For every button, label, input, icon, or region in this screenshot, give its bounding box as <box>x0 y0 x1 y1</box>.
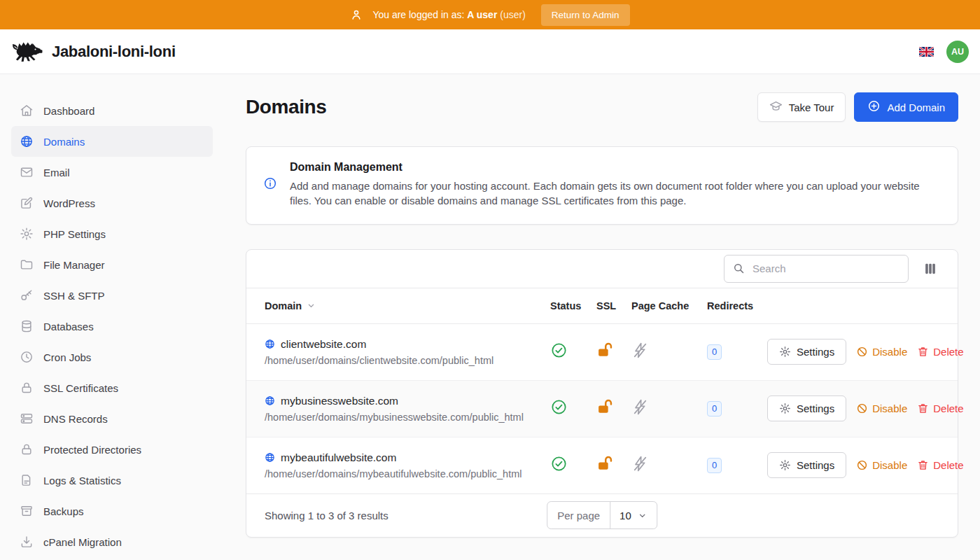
table-row: clientwebsite.com /home/user/domains/cli… <box>246 324 958 381</box>
brand-title: Jabaloni-loni-loni <box>52 43 176 61</box>
key-icon <box>20 288 34 302</box>
banner-message-prefix: You are logged in as: <box>372 9 464 20</box>
redirects-count-badge: 0 <box>707 401 722 416</box>
sidebar-item-label: Email <box>43 167 70 178</box>
boar-logo-icon <box>11 38 43 66</box>
settings-button[interactable]: Settings <box>767 339 846 365</box>
return-to-admin-button[interactable]: Return to Admin <box>541 4 630 26</box>
column-header-page-cache: Page Cache <box>631 300 707 312</box>
gear-icon <box>779 459 791 471</box>
table-body: clientwebsite.com /home/user/domains/cli… <box>246 324 958 494</box>
ssl-unlocked-icon[interactable] <box>596 342 614 359</box>
plus-circle-icon <box>867 99 881 115</box>
sidebar-item-cron-jobs[interactable]: Cron Jobs <box>11 342 213 372</box>
per-page-select[interactable]: 10 <box>610 502 657 528</box>
sidebar-item-email[interactable]: Email <box>11 157 213 188</box>
ban-icon <box>856 402 868 414</box>
sidebar-item-label: Dashboard <box>43 105 94 117</box>
sidebar-item-label: Protected Directories <box>43 444 141 456</box>
server-icon <box>20 412 34 426</box>
impersonation-banner: You are logged in as: A user (user) Retu… <box>0 0 980 29</box>
lock-icon <box>20 381 34 395</box>
globe-icon <box>265 396 275 406</box>
results-summary: Showing 1 to 3 of 3 results <box>265 510 388 522</box>
page-cache-disabled-icon[interactable] <box>631 455 649 472</box>
per-page-value: 10 <box>620 510 631 522</box>
ssl-unlocked-icon[interactable] <box>596 455 614 472</box>
gear-icon <box>20 227 34 241</box>
info-card-title: Domain Management <box>290 161 941 174</box>
app-header: Jabaloni-loni-loni AU <box>0 29 980 74</box>
globe-icon <box>265 452 275 463</box>
sidebar-item-cpanel-migration[interactable]: cPanel Migration <box>11 526 213 557</box>
sidebar-item-logs-statistics[interactable]: Logs & Statistics <box>11 465 213 496</box>
sidebar-item-backups[interactable]: Backups <box>11 496 213 526</box>
delete-link[interactable]: Delete <box>917 346 963 358</box>
sidebar-item-domains[interactable]: Domains <box>11 126 213 157</box>
sidebar-item-databases[interactable]: Databases <box>11 311 213 342</box>
delete-link[interactable]: Delete <box>917 459 963 471</box>
sidebar-item-label: Domains <box>43 136 85 148</box>
graduation-cap-icon <box>769 99 783 115</box>
disable-link[interactable]: Disable <box>856 346 907 358</box>
column-header-status: Status <box>550 300 596 312</box>
domain-name[interactable]: mybeautifulwebsite.com <box>281 451 396 464</box>
sidebar-item-label: SSL Certificates <box>43 382 118 394</box>
column-header-redirects: Redirects <box>707 300 767 312</box>
page-cache-disabled-icon[interactable] <box>631 398 649 416</box>
sidebar-item-file-manager[interactable]: File Manager <box>11 249 213 280</box>
trash-icon <box>917 402 929 414</box>
language-flag-uk-icon[interactable] <box>919 47 934 57</box>
add-domain-label: Add Domain <box>887 102 945 113</box>
disable-link[interactable]: Disable <box>856 402 907 414</box>
domain-path: /home/user/domains/clientwebsite.com/pub… <box>265 355 550 366</box>
sidebar-item-protected-directories[interactable]: Protected Directories <box>11 434 213 465</box>
main-content: Domains Take Tour Add Domain <box>224 74 980 560</box>
user-avatar[interactable]: AU <box>946 41 969 63</box>
banner-role: (user) <box>500 9 526 20</box>
chevron-down-icon[interactable] <box>306 300 316 311</box>
folder-icon <box>20 258 34 272</box>
settings-button[interactable]: Settings <box>767 452 846 478</box>
ban-icon <box>856 346 868 358</box>
sidebar-item-dashboard[interactable]: Dashboard <box>11 95 213 126</box>
database-icon <box>20 319 34 333</box>
sidebar-item-ssh-sftp[interactable]: SSH & SFTP <box>11 280 213 311</box>
settings-button[interactable]: Settings <box>767 396 846 421</box>
column-header-ssl: SSL <box>596 300 631 312</box>
table-row: mybeautifulwebsite.com /home/user/domain… <box>246 438 958 494</box>
domains-table-card: Domain Status SSL Page Cache Redirects c… <box>246 249 958 538</box>
search-input[interactable] <box>724 255 909 283</box>
sidebar-item-php-settings[interactable]: PHP Settings <box>11 218 213 249</box>
archive-icon <box>20 504 34 518</box>
page-title: Domains <box>246 96 326 118</box>
sidebar-item-dns-records[interactable]: DNS Records <box>11 403 213 434</box>
delete-link[interactable]: Delete <box>917 402 963 414</box>
table-header-row: Domain Status SSL Page Cache Redirects <box>246 288 958 324</box>
domain-path: /home/user/domains/mybusinesswebsite.com… <box>265 412 550 423</box>
sidebar-item-label: PHP Settings <box>43 228 106 240</box>
status-enabled-icon <box>550 342 568 359</box>
brand[interactable]: Jabaloni-loni-loni <box>11 38 176 66</box>
info-card-body: Add and manage domains for your hosting … <box>290 178 934 209</box>
column-settings-icon[interactable] <box>921 260 939 278</box>
sidebar-item-label: File Manager <box>43 259 105 271</box>
sidebar-item-label: WordPress <box>43 197 95 209</box>
page-cache-disabled-icon[interactable] <box>631 342 649 359</box>
edit-icon <box>20 196 34 210</box>
domain-name[interactable]: mybusinesswebsite.com <box>281 395 398 407</box>
add-domain-button[interactable]: Add Domain <box>854 92 958 122</box>
clock-icon <box>20 350 34 364</box>
table-footer: Showing 1 to 3 of 3 results Per page 10 <box>246 494 958 537</box>
sidebar-item-label: SSH & SFTP <box>43 290 105 302</box>
per-page-control: Per page 10 <box>547 501 657 529</box>
take-tour-button[interactable]: Take Tour <box>757 92 846 122</box>
disable-link[interactable]: Disable <box>856 459 907 471</box>
sidebar-item-ssl-certificates[interactable]: SSL Certificates <box>11 372 213 403</box>
domain-name[interactable]: clientwebsite.com <box>281 338 366 351</box>
search-icon <box>732 262 746 278</box>
domain-management-info-card: Domain Management Add and manage domains… <box>246 146 958 225</box>
globe-icon <box>20 134 34 148</box>
sidebar-item-wordpress[interactable]: WordPress <box>11 188 213 218</box>
ssl-unlocked-icon[interactable] <box>596 398 614 416</box>
